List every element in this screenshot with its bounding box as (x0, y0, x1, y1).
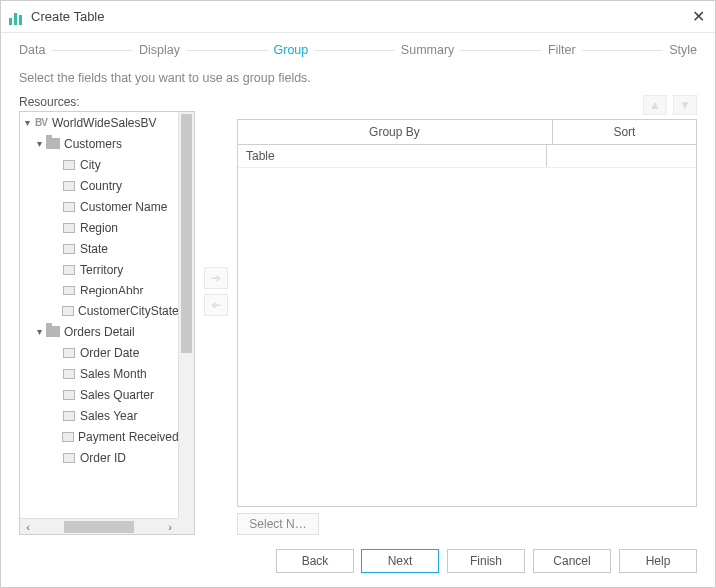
tree-field[interactable]: Payment Received (20, 426, 178, 447)
field-icon (62, 243, 76, 255)
tree-label: Sales Month (80, 367, 147, 381)
horizontal-scrollbar[interactable]: ‹ › (20, 518, 178, 534)
tree-label: Customers (64, 137, 122, 151)
select-n-button[interactable]: Select N… (237, 513, 319, 535)
titlebar: Create Table ✕ (1, 1, 715, 33)
step-nav: Data Display Group Summary Filter Style (1, 33, 715, 57)
footer: Back Next Finish Cancel Help (1, 539, 715, 587)
tree-field[interactable]: Sales Year (20, 405, 178, 426)
tree-label: State (80, 242, 108, 256)
scroll-right-icon[interactable]: › (162, 521, 178, 533)
tree-label: WorldWideSalesBV (52, 116, 156, 130)
close-icon[interactable]: ✕ (692, 7, 705, 26)
folder-icon (46, 326, 60, 338)
tree-field[interactable]: Country (20, 175, 178, 196)
arrow-up-icon: ▲ (649, 98, 661, 112)
field-icon (62, 431, 74, 443)
tree-label: RegionAbbr (80, 284, 143, 297)
tree-field[interactable]: CustomerCityStateZ (20, 300, 178, 321)
field-icon (62, 389, 76, 401)
tree-root[interactable]: ▾ BV WorldWideSalesBV (20, 112, 178, 133)
column-header-sort[interactable]: Sort (553, 120, 696, 144)
tree-field[interactable]: Order ID (20, 447, 178, 468)
field-icon (62, 368, 76, 380)
step-data[interactable]: Data (19, 43, 45, 57)
tree-field[interactable]: Order Date (20, 342, 178, 363)
tree-label: Order Date (80, 346, 139, 360)
grid-row[interactable]: Table (238, 145, 696, 168)
arrow-down-icon: ▼ (679, 98, 691, 112)
tree-label: Payment Received (78, 430, 178, 444)
tree-label: Country (80, 179, 122, 193)
field-icon (62, 452, 76, 464)
tree-field[interactable]: Sales Month (20, 363, 178, 384)
step-display[interactable]: Display (139, 43, 180, 57)
tree-folder-customers[interactable]: ▾ Customers (20, 133, 178, 154)
group-grid[interactable]: Group By Sort Table (237, 119, 697, 507)
resources-tree[interactable]: ▾ BV WorldWideSalesBV ▾ Customers City C… (19, 111, 195, 535)
bv-icon: BV (34, 117, 48, 129)
field-icon (62, 410, 76, 422)
step-instruction: Select the fields that you want to use a… (1, 57, 715, 95)
scroll-left-icon[interactable]: ‹ (20, 521, 36, 533)
grid-cell-sort (547, 145, 696, 167)
field-icon (62, 305, 74, 317)
tree-label: Orders Detail (64, 325, 135, 339)
app-logo-icon (9, 9, 25, 25)
field-icon (62, 347, 76, 359)
scroll-thumb[interactable] (181, 114, 192, 353)
field-icon (62, 201, 76, 213)
tree-field[interactable]: State (20, 238, 178, 259)
add-field-button[interactable]: ➔ (204, 267, 228, 289)
arrow-right-icon: ➔ (211, 271, 221, 285)
remove-field-button[interactable]: ➔ (204, 294, 228, 316)
cancel-button[interactable]: Cancel (533, 549, 611, 573)
resources-label: Resources: (19, 95, 195, 109)
move-up-button[interactable]: ▲ (643, 95, 667, 115)
window-title: Create Table (31, 9, 104, 24)
field-icon (62, 285, 76, 296)
column-header-group[interactable]: Group By (238, 120, 553, 144)
help-button[interactable]: Help (619, 549, 697, 573)
folder-icon (46, 138, 60, 150)
scroll-thumb[interactable] (64, 521, 134, 533)
step-filter[interactable]: Filter (548, 43, 576, 57)
move-down-button[interactable]: ▼ (673, 95, 697, 115)
field-icon (62, 264, 76, 276)
tree-field[interactable]: Customer Name (20, 196, 178, 217)
grid-cell-group: Table (238, 145, 547, 167)
tree-label: Territory (80, 263, 123, 277)
tree-field[interactable]: City (20, 154, 178, 175)
caret-down-icon[interactable]: ▾ (34, 326, 44, 337)
finish-button[interactable]: Finish (447, 549, 525, 573)
step-group[interactable]: Group (274, 43, 309, 57)
arrow-left-icon: ➔ (211, 298, 221, 312)
step-style[interactable]: Style (669, 43, 697, 57)
field-icon (62, 222, 76, 234)
back-button[interactable]: Back (276, 549, 354, 573)
tree-label: Order ID (80, 451, 126, 465)
vertical-scrollbar[interactable] (178, 112, 194, 518)
tree-field[interactable]: Sales Quarter (20, 384, 178, 405)
tree-field[interactable]: Territory (20, 259, 178, 280)
tree-label: City (80, 158, 101, 172)
next-button[interactable]: Next (361, 549, 439, 573)
tree-label: Sales Year (80, 409, 137, 423)
tree-label: Customer Name (80, 200, 167, 214)
tree-field[interactable]: Region (20, 217, 178, 238)
tree-label: Sales Quarter (80, 388, 154, 402)
tree-label: CustomerCityStateZ (78, 304, 178, 318)
field-icon (62, 180, 76, 192)
tree-field[interactable]: RegionAbbr (20, 280, 178, 300)
tree-label: Region (80, 221, 118, 235)
caret-down-icon[interactable]: ▾ (34, 138, 44, 149)
field-icon (62, 159, 76, 171)
tree-folder-orders[interactable]: ▾ Orders Detail (20, 321, 178, 342)
caret-down-icon[interactable]: ▾ (22, 117, 32, 128)
step-summary[interactable]: Summary (401, 43, 454, 57)
grid-header: Group By Sort (238, 120, 696, 145)
